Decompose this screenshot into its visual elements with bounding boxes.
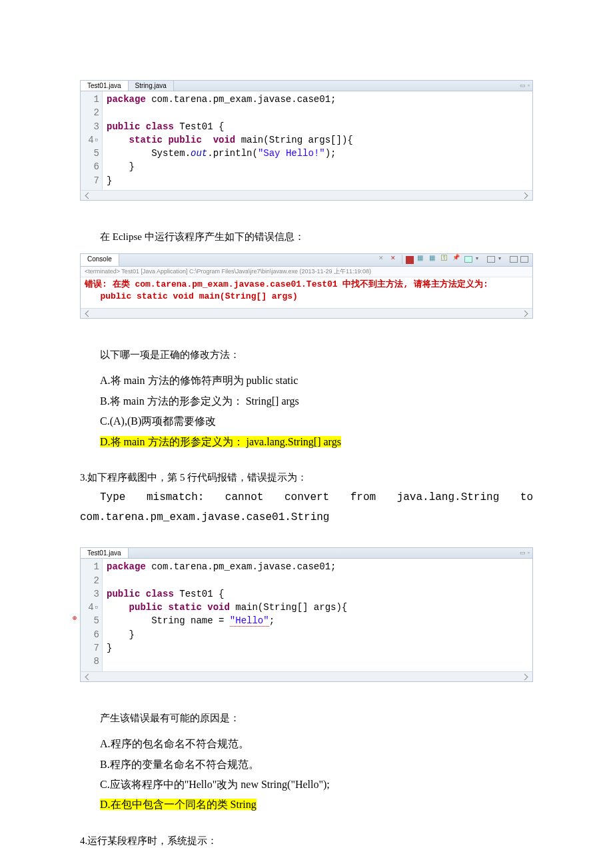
editor-scrollbar-2[interactable]	[81, 671, 532, 681]
line-gutter-2: 1 2 3 4▫ ⊗5 6 7 8	[81, 559, 103, 671]
console-launch-info: <terminated> Test01 [Java Application] C…	[81, 267, 532, 277]
editor-tab-string[interactable]: String.java	[129, 81, 174, 91]
q2-options: A.将 main 方法的修饰符声明为 public static B.将 mai…	[100, 371, 533, 452]
editor-scrollbar[interactable]	[81, 190, 532, 200]
gutter-line: 6	[81, 160, 99, 173]
gutter-line: 2	[81, 106, 99, 119]
option-a: A.程序的包名命名不符合规范。	[100, 734, 533, 754]
console-pane: Console <terminated> Test01 [Java Applic…	[80, 253, 533, 319]
display-dropdown-icon[interactable]	[474, 255, 485, 265]
editor-tab-test01-2[interactable]: Test01.java	[81, 548, 129, 558]
editor-corner-controls-2: ▭ ▫	[520, 549, 530, 556]
gutter-line: 7	[81, 641, 99, 655]
line-gutter: 1 2 3 4▫ 5 6 7	[81, 91, 103, 190]
console-scrollbar[interactable]	[81, 308, 532, 318]
open-console-dropdown-icon[interactable]	[497, 255, 508, 265]
console-tab[interactable]: Console	[81, 254, 119, 266]
gutter-line: 7	[81, 174, 99, 187]
option-b: B.将 main 方法的形参定义为： String[] args	[100, 391, 533, 411]
terminate-icon[interactable]	[406, 256, 414, 264]
open-console-icon[interactable]	[487, 256, 495, 263]
remove-all-launches-icon[interactable]	[428, 255, 438, 265]
editor-tab-bar-2: Test01.java ▭ ▫	[81, 548, 532, 559]
option-d-highlighted: D.将 main 方法的形参定义为： java.lang.String[] ar…	[100, 436, 341, 447]
option-a: A.将 main 方法的修饰符声明为 public static	[100, 371, 533, 391]
gutter-line: 3	[81, 120, 99, 133]
option-c: C.(A),(B)两项都需要修改	[100, 411, 533, 431]
code-content[interactable]: package com.tarena.pm_exam.javase.case01…	[103, 91, 532, 190]
scroll-lock-icon[interactable]	[440, 255, 450, 265]
q3-prompt: 产生该错误最有可能的原因是：	[80, 709, 533, 728]
editor-tab-bar: Test01.java String.java ▭ ▫	[81, 81, 532, 91]
pin-icon[interactable]	[452, 255, 462, 265]
code-editor-1: Test01.java String.java ▭ ▫ 1 2 3 4▫ 5 6…	[80, 80, 533, 201]
editor-tab-test01[interactable]: Test01.java	[81, 81, 129, 91]
gutter-line: 2	[81, 574, 99, 587]
code-content-2[interactable]: package com.tarena.pm_exam.javase.case01…	[103, 559, 532, 671]
remove-all-icon[interactable]	[388, 255, 399, 265]
option-b: B.程序的变量名命名不符合规范。	[100, 755, 533, 775]
gutter-line: 8	[81, 655, 99, 668]
gutter-line: 1	[81, 560, 99, 573]
paragraph-eclipse-error: 在 Eclipse 中运行该程序产生如下的错误信息：	[80, 227, 533, 247]
maximize-icon[interactable]	[520, 256, 528, 263]
gutter-line: 4▫	[81, 601, 99, 614]
display-selected-icon[interactable]	[464, 256, 472, 263]
q4-heading: 4.运行某段程序时，系统提示：	[80, 831, 533, 851]
q3-options: A.程序的包名命名不符合规范。 B.程序的变量名命名不符合规范。 C.应该将程序…	[100, 734, 533, 815]
q3-error-line2: com.tarena.pm_exam.javase.case01.String	[80, 507, 533, 527]
gutter-line: 4▫	[81, 133, 99, 147]
gutter-line: 6	[81, 628, 99, 641]
clear-icon[interactable]	[376, 255, 387, 265]
console-output: 错误: 在类 com.tarena.pm_exam.javase.case01.…	[81, 277, 532, 308]
gutter-line: 3	[81, 587, 99, 601]
q3-heading: 3.如下程序截图中，第 5 行代码报错，错误提示为：	[80, 468, 533, 487]
q3-error-line1: Type mismatch: cannot convert from java.…	[80, 487, 533, 507]
minimize-icon[interactable]	[510, 256, 518, 263]
gutter-line: 1	[81, 93, 99, 106]
option-c: C.应该将程序中的"Hello"改为 new String("Hello");	[100, 775, 533, 795]
console-toolbar	[373, 254, 532, 266]
option-d-highlighted: D.在包中包含一个同名的类 String	[100, 799, 257, 810]
code-editor-2: Test01.java ▭ ▫ 1 2 3 4▫ ⊗5 6 7 8 packag…	[80, 547, 533, 681]
q2-prompt: 以下哪一项是正确的修改方法：	[80, 345, 533, 365]
editor-corner-controls: ▭ ▫	[520, 82, 530, 89]
remove-launch-icon[interactable]	[416, 255, 426, 265]
gutter-line: 5	[81, 147, 99, 160]
gutter-line: ⊗5	[81, 614, 99, 627]
